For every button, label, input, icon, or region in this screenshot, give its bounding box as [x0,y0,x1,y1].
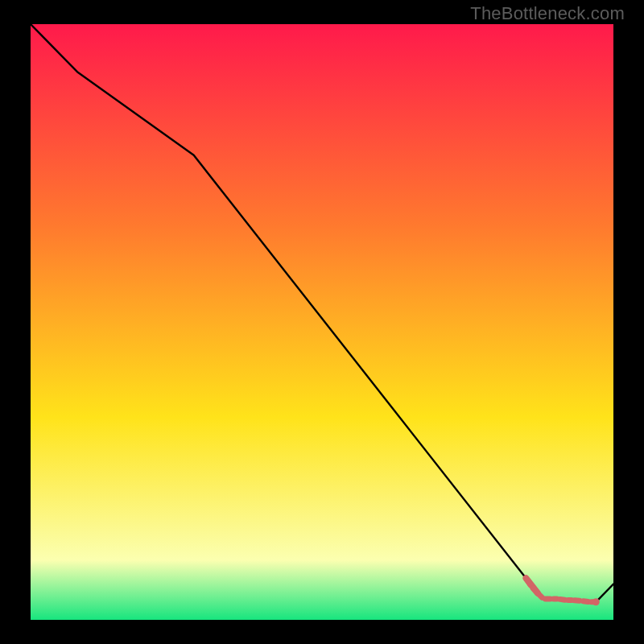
marker-dash [575,601,580,601]
marker-dash [584,601,588,602]
marker-dash [533,588,536,592]
bottleneck-chart [31,24,613,620]
marker-dash [560,599,565,600]
gradient-background [31,24,613,620]
plot-area [31,24,613,620]
marker-dash [527,580,530,585]
marker-end-dot [592,598,600,605]
chart-frame: TheBottleneck.com [0,0,644,644]
watermark-label: TheBottleneck.com [470,3,625,24]
marker-dash [539,594,543,597]
